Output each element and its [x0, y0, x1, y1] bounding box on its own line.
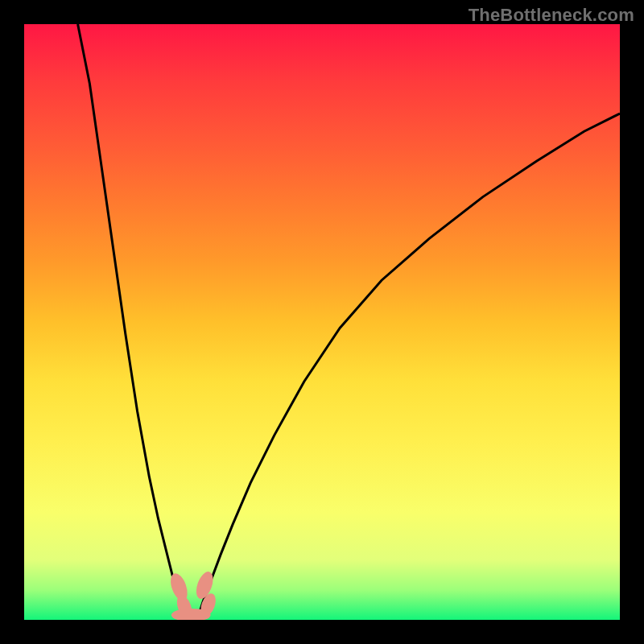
curve-left: [78, 24, 190, 617]
watermark-text: TheBottleneck.com: [469, 5, 634, 26]
curve-right: [198, 114, 620, 617]
curve-svg: [24, 24, 620, 620]
marker-layer: [167, 569, 218, 620]
plot-area: [24, 24, 620, 620]
outer-frame: TheBottleneck.com: [0, 0, 644, 644]
